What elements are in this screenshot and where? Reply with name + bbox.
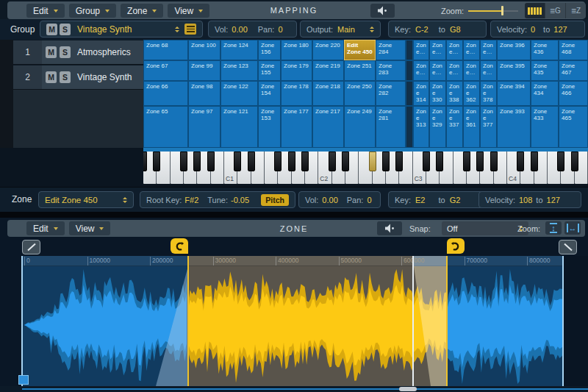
zone-cell[interactable]: Zone… [446,40,463,60]
sample-end-marker[interactable] [562,256,564,386]
zone-cell[interactable]: Zone 218 [312,81,344,106]
piano-key-black[interactable] [395,152,403,171]
zone-cell[interactable]: Zone… [413,60,429,81]
zone-cell[interactable]: Zone 329 [429,106,446,148]
zone-cell[interactable]: Zone… [463,40,480,60]
key-high-value[interactable]: G2 [450,196,461,204]
zone-cell[interactable]: Zone 284 [376,40,406,60]
zone-cell[interactable]: Zone 153 [258,106,281,148]
zone-cell[interactable]: Zone 250 [344,81,376,106]
zone-cell[interactable]: Zone 435 [531,60,559,81]
group-list-row[interactable]: 1 M S Atmospherics [13,40,143,65]
group-mute-button[interactable]: M [46,71,57,83]
zone-cell[interactable]: Zone 251 [344,60,376,81]
fade-out-edit-button[interactable] [559,240,577,254]
zone-cell[interactable]: Zone 68 [143,40,188,60]
zone-cell[interactable]: Zone 394 [497,81,531,106]
zone-cell[interactable]: Zone 217 [312,106,344,148]
zone-cell[interactable]: Zone 121 [220,106,258,148]
zone-cell[interactable]: Zone 338 [446,81,463,106]
zoom-slider-handle[interactable] [501,6,503,15]
zone-cell[interactable]: Zone 282 [376,81,406,106]
zone-cell[interactable]: Zone 124 [220,40,258,60]
zone-cell[interactable]: Zone… [429,60,446,81]
piano-key-black[interactable] [193,152,201,171]
zone-cell[interactable]: Zone 467 [559,60,588,81]
pan-value[interactable]: 0 [367,196,371,204]
zone-cell[interactable]: Zone… [480,40,497,60]
zone-cell-selected[interactable]: Edit Zone 450 [344,40,376,60]
zone-cell[interactable]: Zone 283 [376,60,406,81]
velocity-high-value[interactable]: 127 [553,25,567,34]
zone-cell[interactable]: Zone 396 [497,40,531,60]
piano-key-root-highlight[interactable] [369,152,376,171]
zone-cell[interactable]: Zone 313 [413,106,429,148]
zone-cell[interactable]: Zone 330 [429,81,446,106]
group-name-value[interactable]: Vintage Synth [77,24,132,35]
key-low-value[interactable]: E2 [415,196,425,204]
piano-key-black[interactable] [342,152,349,171]
vol-value[interactable]: 0.00 [232,25,247,34]
fade-in-edit-button[interactable] [22,240,40,254]
zone-cell[interactable]: Zone 154 [258,81,281,106]
zone-cell[interactable]: Zone 155 [258,60,281,81]
loop-start-marker[interactable] [187,256,189,386]
zone-cell[interactable]: Zone 66 [143,81,188,106]
group-menu-icon[interactable] [184,24,196,35]
piano-key-black[interactable] [463,152,470,171]
zoom-slider-track[interactable] [503,10,518,12]
zone-cell[interactable]: Zone 393 [497,106,531,148]
zone-cell[interactable]: Zone 177 [281,106,312,148]
zone-cell[interactable]: Zone 97 [188,106,220,148]
zone-cell[interactable]: Zone 362 [463,81,480,106]
piano-key-black[interactable] [329,152,336,171]
piano-key-black[interactable] [571,152,578,171]
piano-key-black[interactable] [288,152,295,171]
tune-value[interactable]: -0.05 [231,196,249,204]
piano-key-black[interactable] [423,152,430,171]
stepper-updown-icon[interactable] [370,26,374,32]
loop-end-flag[interactable] [447,238,465,254]
start-anchor-handle[interactable] [18,375,29,385]
scrollbar-handle[interactable] [399,387,417,391]
piano-key-black[interactable] [301,152,309,171]
zone-cell[interactable]: Zone 156 [258,40,281,60]
group-list-icon[interactable]: ≡G [545,3,565,18]
zone-cell[interactable]: Zone 434 [531,81,559,106]
sample-start-marker[interactable] [21,256,23,389]
piano-key-black[interactable] [436,152,443,171]
zone-cell[interactable]: Zone 436 [531,40,559,60]
loop-start-flag[interactable] [171,238,188,254]
piano-key-black[interactable] [490,152,498,171]
audition-speaker-button[interactable] [370,4,395,18]
zone-cell[interactable]: Zone 178 [281,81,312,106]
piano-key-black[interactable] [143,152,147,171]
piano-key-black[interactable] [234,152,241,171]
root-key-value[interactable]: F#2 [184,196,198,204]
pan-value[interactable]: 0 [278,25,282,34]
zone-cell[interactable]: Zone 433 [531,106,559,148]
group-solo-button[interactable]: S [60,71,71,83]
zone-cell[interactable]: Zone 378 [480,81,497,106]
stepper-updown-icon[interactable] [175,26,179,32]
piano-key-black[interactable] [248,152,255,171]
zone-cell[interactable]: Zone 468 [559,40,588,60]
zone-cell[interactable]: Zone… [463,60,480,81]
zone-cell[interactable]: Zone 67 [143,60,188,81]
zone-cell[interactable]: Zone 377 [480,106,497,148]
zone-cell[interactable]: Zone 122 [220,81,258,106]
group-list-row[interactable]: 2 M S Vintage Synth [13,65,143,90]
piano-key-black[interactable] [531,152,538,171]
output-value[interactable]: Main [337,25,355,34]
stepper-updown-icon[interactable] [123,197,127,203]
zoom-vertical-button[interactable]: ↕ [545,221,562,235]
velocity-low-value[interactable]: 108 [519,196,532,204]
zone-cell[interactable]: Zone… [480,60,497,81]
zone-cell[interactable]: Zone 361 [463,106,480,148]
piano-roll-icon[interactable] [525,3,545,18]
zone-cell[interactable]: Zone 465 [559,106,588,148]
zoom-horizontal-button[interactable]: ↔ [564,221,581,235]
zoom-slider-track-filled[interactable] [468,10,502,12]
zone-cell[interactable]: Zone 249 [344,106,376,148]
piano-key-black[interactable] [180,152,187,171]
